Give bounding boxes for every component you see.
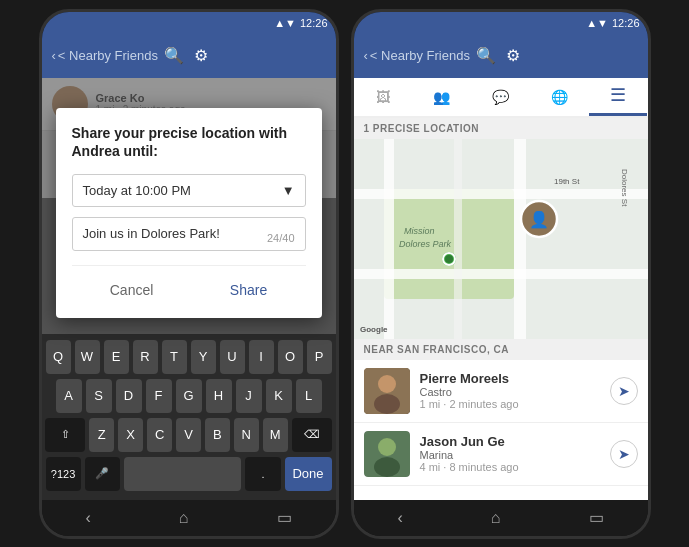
camera-icon: 🖼 <box>376 89 390 105</box>
key-a[interactable]: A <box>56 379 82 413</box>
near-item-pierre: Pierre Moreels Castro 1 mi · 2 minutes a… <box>354 360 648 423</box>
svg-point-19 <box>378 375 396 393</box>
tab-messages[interactable]: 💬 <box>471 78 530 116</box>
key-b[interactable]: B <box>205 418 230 452</box>
map-svg: Dolores St 19th St Mission Dolores Park … <box>354 139 648 339</box>
pierre-time: 1 mi · 2 minutes ago <box>420 398 610 410</box>
svg-text:Google: Google <box>360 325 388 334</box>
signal-icon: ▲▼ <box>274 17 296 29</box>
key-e[interactable]: E <box>104 340 129 374</box>
pierre-info: Pierre Moreels Castro 1 mi · 2 minutes a… <box>420 371 610 410</box>
key-y[interactable]: Y <box>191 340 216 374</box>
recent-button-left[interactable]: ▭ <box>257 504 312 531</box>
done-key[interactable]: Done <box>285 457 332 491</box>
back-button-right[interactable]: ‹ < Nearby Friends <box>364 48 470 63</box>
delete-key[interactable]: ⌫ <box>292 418 332 452</box>
settings-icon-right[interactable]: ⚙ <box>506 46 520 65</box>
time-dropdown[interactable]: Today at 10:00 PM ▼ <box>72 174 306 207</box>
cancel-button[interactable]: Cancel <box>90 278 174 302</box>
pierre-name: Pierre Moreels <box>420 371 610 386</box>
status-bar-left: ▲▼ 12:26 <box>42 12 336 34</box>
svg-point-20 <box>374 394 400 414</box>
key-s[interactable]: S <box>86 379 112 413</box>
back-button-bottom-right[interactable]: ‹ <box>378 505 423 531</box>
number-key[interactable]: ?123 <box>46 457 81 491</box>
jason-avatar <box>364 431 410 477</box>
key-l[interactable]: L <box>296 379 322 413</box>
recent-button-right[interactable]: ▭ <box>569 504 624 531</box>
key-u[interactable]: U <box>220 340 245 374</box>
tab-globe[interactable]: 🌐 <box>530 78 589 116</box>
back-button-left[interactable]: ‹ < Nearby Friends <box>52 48 158 63</box>
pierre-location: Castro <box>420 386 610 398</box>
mic-key[interactable]: 🎤 <box>85 457 120 491</box>
jason-time: 4 mi · 8 minutes ago <box>420 461 610 473</box>
svg-rect-6 <box>384 139 394 339</box>
search-icon-right[interactable]: 🔍 <box>476 46 496 65</box>
messages-icon: 💬 <box>492 89 509 105</box>
svg-rect-7 <box>454 139 462 339</box>
navigate-icon-pierre: ➤ <box>618 383 630 399</box>
key-r[interactable]: R <box>133 340 158 374</box>
key-q[interactable]: Q <box>46 340 71 374</box>
key-g[interactable]: G <box>176 379 202 413</box>
pierre-nav-button[interactable]: ➤ <box>610 377 638 405</box>
near-item-jason: Jason Jun Ge Marina 4 mi · 8 minutes ago… <box>354 423 648 486</box>
dropdown-arrow: ▼ <box>282 183 295 198</box>
period-key[interactable]: . <box>245 457 280 491</box>
precise-section-label: 1 PRECISE LOCATION <box>354 118 648 139</box>
jason-nav-button[interactable]: ➤ <box>610 440 638 468</box>
tab-camera[interactable]: 🖼 <box>354 78 413 116</box>
back-button-bottom-left[interactable]: ‹ <box>66 505 111 531</box>
shift-key[interactable]: ⇧ <box>45 418 85 452</box>
share-dialog: Share your precise location with Andrea … <box>56 108 322 318</box>
back-chevron-right: ‹ <box>364 48 368 63</box>
kb-row-4: ?123 🎤 . Done <box>46 457 332 491</box>
svg-text:19th St: 19th St <box>554 177 580 186</box>
header-title-right: < Nearby Friends <box>370 48 470 63</box>
key-w[interactable]: W <box>75 340 100 374</box>
key-v[interactable]: V <box>176 418 201 452</box>
time-right: 12:26 <box>612 17 640 29</box>
key-t[interactable]: T <box>162 340 187 374</box>
app-header-right: ‹ < Nearby Friends 🔍 ⚙ <box>354 34 648 78</box>
message-textarea[interactable]: Join us in Dolores Park! 24/40 <box>72 217 306 251</box>
share-button[interactable]: Share <box>210 278 287 302</box>
key-h[interactable]: H <box>206 379 232 413</box>
svg-rect-3 <box>514 139 526 339</box>
key-z[interactable]: Z <box>89 418 114 452</box>
key-x[interactable]: X <box>118 418 143 452</box>
char-count: 24/40 <box>267 232 295 244</box>
map-area: Dolores St 19th St Mission Dolores Park … <box>354 139 648 339</box>
globe-icon: 🌐 <box>551 89 568 105</box>
key-f[interactable]: F <box>146 379 172 413</box>
dropdown-value: Today at 10:00 PM <box>83 183 191 198</box>
jason-location: Marina <box>420 449 610 461</box>
key-c[interactable]: C <box>147 418 172 452</box>
key-m[interactable]: M <box>263 418 288 452</box>
space-key[interactable] <box>124 457 241 491</box>
key-p[interactable]: P <box>307 340 332 374</box>
settings-icon-left[interactable]: ⚙ <box>194 46 208 65</box>
bottom-bar-left: ‹ ⌂ ▭ <box>42 500 336 536</box>
key-i[interactable]: I <box>249 340 274 374</box>
time-left: 12:26 <box>300 17 328 29</box>
jason-name: Jason Jun Ge <box>420 434 610 449</box>
key-d[interactable]: D <box>116 379 142 413</box>
key-j[interactable]: J <box>236 379 262 413</box>
textarea-value: Join us in Dolores Park! <box>83 226 220 241</box>
tab-friends[interactable]: 👥 <box>412 78 471 116</box>
near-section: NEAR SAN FRANCISCO, CA Pierre Moreels Ca… <box>354 339 648 500</box>
svg-point-13 <box>445 255 453 263</box>
home-button-left[interactable]: ⌂ <box>159 505 209 531</box>
home-button-right[interactable]: ⌂ <box>471 505 521 531</box>
key-o[interactable]: O <box>278 340 303 374</box>
signal-icon-right: ▲▼ <box>586 17 608 29</box>
search-icon-left[interactable]: 🔍 <box>164 46 184 65</box>
key-k[interactable]: K <box>266 379 292 413</box>
svg-text:👤: 👤 <box>529 210 549 229</box>
header-icons-right: 🔍 ⚙ <box>476 46 520 65</box>
key-n[interactable]: N <box>234 418 259 452</box>
tab-menu[interactable]: ☰ <box>589 78 648 116</box>
app-header-left: ‹ < Nearby Friends 🔍 ⚙ <box>42 34 336 78</box>
